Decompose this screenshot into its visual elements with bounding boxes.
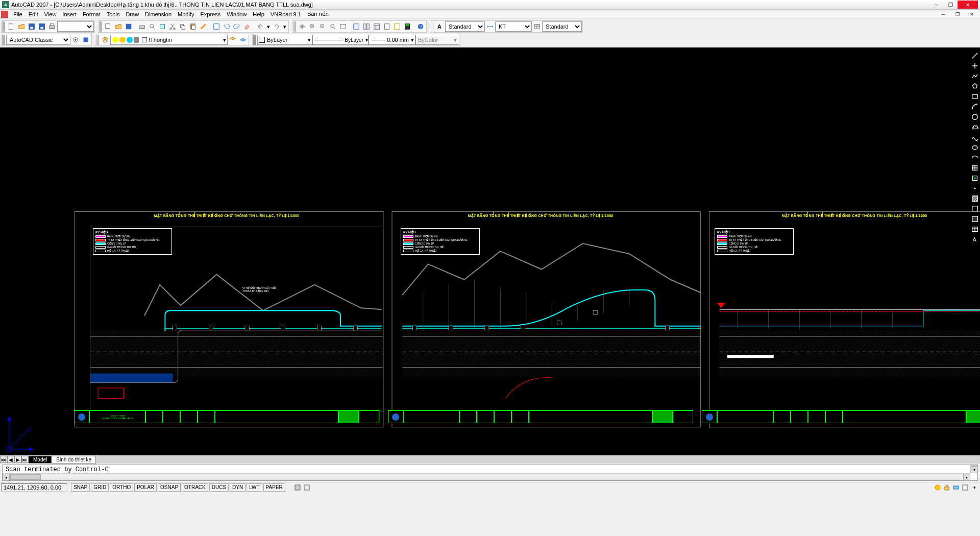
menu-format[interactable]: Format [80,11,104,18]
coord-readout[interactable]: 1491.21, 1206.60, 0.00 [1,483,67,492]
plot-button[interactable] [47,21,57,32]
minimize-button[interactable]: ─ [929,1,943,9]
model-space[interactable]: A [0,47,980,464]
dc-button[interactable] [362,21,371,32]
undo2-button[interactable] [256,21,265,32]
menu-view[interactable]: View [41,11,60,18]
lineweight-select[interactable]: 0.00 mm [387,37,409,43]
calc-button[interactable] [403,21,412,32]
menu-express[interactable]: Express [197,11,224,18]
tray-arrow-icon[interactable]: ▾ [970,483,978,492]
open2-button[interactable] [114,21,123,32]
ws-save-button[interactable] [81,35,90,45]
tab-last-button[interactable]: ⏭ [21,456,29,463]
layer-prev-button[interactable] [228,35,237,45]
ducs-toggle[interactable]: DUCS [209,483,229,492]
menu-edit[interactable]: Edit [26,11,41,18]
ssm-button[interactable] [382,21,391,32]
status-icon-1[interactable] [293,483,302,492]
menu-window[interactable]: Window [224,11,250,18]
preview-button[interactable] [148,21,157,32]
saveas-button[interactable] [37,21,46,32]
tab-prev-button[interactable]: ◀ [7,456,14,463]
grid-toggle[interactable]: GRID [91,483,109,492]
menu-vnroad[interactable]: VNRoad 9.1 [267,11,304,18]
dyn-toggle[interactable]: DYN [230,483,246,492]
matchprop-button[interactable] [199,21,208,32]
tray-max-icon[interactable] [961,483,969,492]
dropdown-icon[interactable]: ▾ [266,21,271,32]
copy-button[interactable] [178,21,187,32]
tp-button[interactable] [372,21,381,32]
menu-tools[interactable]: Tools [104,11,123,18]
dimstyle-select[interactable]: KT [495,21,532,32]
model-tab[interactable]: Model [29,456,52,464]
linetype-select[interactable]: ByLayer▾ [312,35,369,45]
zoom-out-button[interactable] [318,21,327,32]
plot2-button[interactable] [137,21,146,32]
cut-button[interactable] [168,21,177,32]
layer-dropdown-icon[interactable]: ▾ [223,37,226,43]
tab-first-button[interactable]: ⏮ [0,456,7,463]
status-icon-2[interactable] [303,483,311,492]
tablestyle-select[interactable]: Standard [542,21,582,32]
pan-button[interactable] [298,21,307,32]
eraser-button[interactable] [242,21,252,32]
menu-modify[interactable]: Modify [175,11,197,18]
command-window[interactable]: Scan terminated by Control-C ▴ ▾ ◂▸ [2,465,978,481]
redo2-button[interactable] [272,21,281,32]
doc-close-button[interactable]: ✕ [965,10,979,18]
zoom-rt-button[interactable] [308,21,317,32]
qnew-button[interactable] [7,21,16,32]
menu-help[interactable]: Help [250,11,267,18]
paper-toggle[interactable]: PAPER [263,483,285,492]
menu-sannen[interactable]: San nền [304,10,332,18]
textstyle-select[interactable]: Standard [445,21,485,32]
zoom-prev-button[interactable] [338,21,348,32]
command-vscroll[interactable]: ▴ ▾ [970,465,977,473]
new-window-button[interactable] [104,21,113,32]
close-button[interactable]: ✕ [958,1,978,9]
save2-button[interactable] [124,21,133,32]
tablestyle-icon[interactable] [532,21,542,32]
dimstyle-icon[interactable] [485,21,495,32]
markup-button[interactable] [393,21,402,32]
ws-settings-button[interactable] [71,35,80,45]
workspace-select-empty[interactable] [57,21,94,32]
lwt-toggle[interactable]: LWT [247,483,262,492]
dropdown2-icon[interactable]: ▾ [282,21,287,32]
help-button[interactable]: ? [416,21,425,32]
zoom-window-button[interactable] [328,21,337,32]
snap-toggle[interactable]: SNAP [71,483,90,492]
menu-insert[interactable]: Insert [59,11,80,18]
polar-toggle[interactable]: POLAR [134,483,157,492]
open-button[interactable] [17,21,26,32]
layerprops-button[interactable] [101,35,110,45]
comm-center-icon[interactable] [934,483,942,492]
save-button[interactable] [27,21,36,32]
command-hscroll[interactable]: ◂▸ [3,473,970,480]
tab-next-button[interactable]: ▶ [14,456,21,463]
maximize-button[interactable]: ❐ [943,1,958,9]
publish-button[interactable] [158,21,167,32]
doc-minimize-button[interactable]: ─ [936,10,950,18]
prop-button[interactable] [352,21,361,32]
redo-button[interactable] [232,21,241,32]
color-select[interactable]: ByLayer [267,37,287,43]
layer-current[interactable]: !Thongtin [149,37,172,43]
menu-dimension[interactable]: Dimension [142,11,175,18]
layout-tab[interactable]: Binh do thiet ke [52,456,96,464]
textstyle-icon[interactable]: A [435,21,445,32]
menu-draw[interactable]: Draw [122,11,142,18]
tray-toolbar-icon[interactable] [952,483,960,492]
blockeditor-button[interactable] [212,21,221,32]
otrack-toggle[interactable]: OTRACK [182,483,208,492]
workspace-select[interactable]: AutoCAD Classic [6,35,70,45]
ortho-toggle[interactable]: ORTHO [110,483,133,492]
paste-button[interactable] [188,21,198,32]
menu-file[interactable]: File [10,11,26,18]
tray-lock-icon[interactable] [943,483,951,492]
doc-restore-button[interactable]: ❐ [950,10,965,18]
osnap-toggle[interactable]: OSNAP [158,483,181,492]
layer-state-button[interactable] [238,35,248,45]
